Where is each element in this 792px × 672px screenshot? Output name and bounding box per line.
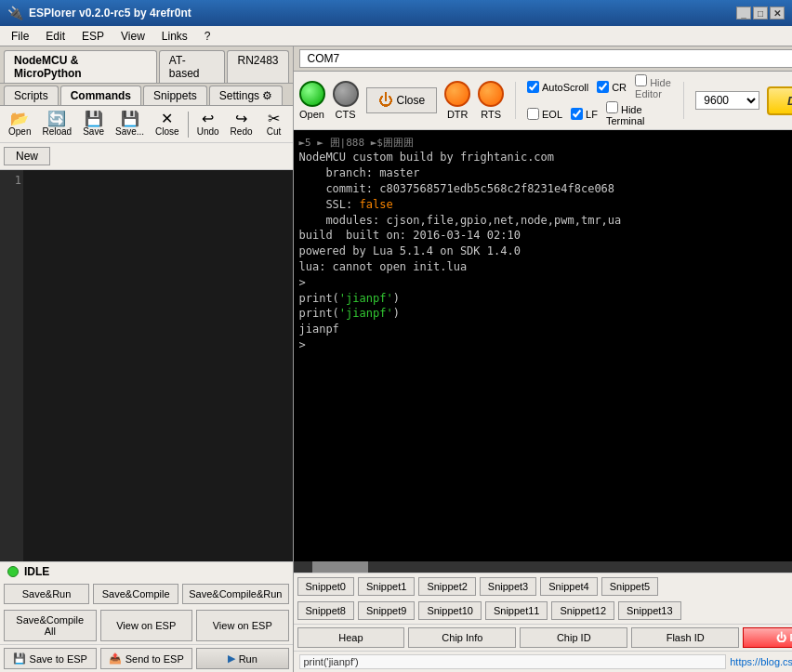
chip-info-button[interactable]: Chip Info (408, 627, 516, 648)
controls-separator (515, 82, 516, 119)
editor-area[interactable]: 1 (0, 170, 293, 561)
snippets-row-1: Snippet0 Snippet1 Snippet2 Snippet3 Snip… (294, 573, 793, 600)
open-button[interactable]: 📂 Open (4, 109, 35, 139)
menu-edit[interactable]: Edit (38, 28, 73, 45)
tab-commands[interactable]: Commands (60, 86, 141, 105)
terminal-line-7: lua: cannot open init.lua (299, 259, 793, 275)
chip-id-button[interactable]: Chip ID (520, 627, 627, 648)
snippet0-button[interactable]: Snippet0 (297, 577, 354, 596)
hide-terminal-checkbox[interactable] (606, 101, 618, 113)
snippet1-button[interactable]: Snippet1 (358, 577, 415, 596)
snippet3-button[interactable]: Snippet3 (480, 577, 536, 596)
close-control: ⏻ Close (366, 87, 438, 113)
close-btn-win[interactable]: ✕ (770, 7, 785, 20)
autoscroll-row: AutoScroll CR Hide Editor (527, 74, 672, 99)
ssl-value: false (360, 198, 393, 211)
snippet13-button[interactable]: Snippet13 (618, 601, 681, 620)
save-compile-all-button[interactable]: Save&Compile All (4, 610, 97, 641)
menu-help[interactable]: ? (197, 28, 218, 45)
cut-icon: ✂ (268, 112, 280, 126)
lf-checkbox[interactable] (571, 108, 583, 120)
cts-label: CTS (336, 109, 356, 120)
action-row-2: Save&Compile All View on ESP View on ESP (0, 607, 293, 644)
terminal-line-2: commit: c8037568571edb5c568c2f8231e4f8ce… (299, 181, 793, 197)
send-to-esp-button[interactable]: 📤 Send to ESP (100, 648, 193, 669)
menu-esp[interactable]: ESP (74, 28, 112, 45)
undo-button[interactable]: ↩ Undo (192, 109, 224, 139)
save-button[interactable]: 💾 Save (78, 109, 109, 139)
terminal[interactable]: ►5 ► 囲|888 ►$囲囲囲 NodeMCU custom build by… (294, 130, 793, 573)
undo-icon: ↩ (202, 112, 214, 126)
maximize-btn[interactable]: □ (753, 7, 768, 20)
open-control: Open (299, 81, 325, 120)
saveas-button[interactable]: 💾 Save... (111, 109, 149, 139)
new-button[interactable]: New (4, 147, 50, 165)
com-port-select[interactable]: COM7 (299, 49, 793, 68)
flash-id-button[interactable]: Flash ID (631, 627, 739, 648)
heap-button[interactable]: Heap (297, 627, 405, 648)
tab-snippets[interactable]: Snippets (143, 86, 207, 105)
terminal-header: ►5 ► 囲|888 ►$囲囲囲 (299, 136, 793, 150)
tab-scripts[interactable]: Scripts (4, 86, 59, 105)
tab-atbased[interactable]: AT-based (159, 50, 226, 83)
send-to-esp-icon: 📤 (109, 652, 122, 665)
rts-led (478, 81, 504, 107)
snippet5-button[interactable]: Snippet5 (601, 577, 658, 596)
snippet2-button[interactable]: Snippet2 (418, 577, 475, 596)
open-led (299, 81, 325, 107)
tab-nodemcu[interactable]: NodeMCU & MicroPython (4, 50, 157, 83)
url-text: https://blog.csdn.net/jianpf (730, 656, 792, 667)
terminal-hscroll-thumb[interactable] (312, 561, 368, 573)
section-tabs: Scripts Commands Snippets Settings ⚙ (0, 84, 293, 106)
terminal-hscrollbar[interactable] (294, 561, 793, 573)
left-panel: NodeMCU & MicroPython AT-based RN2483 Sc… (0, 46, 294, 672)
action-row-3: 💾 Save to ESP 📤 Send to ESP ▶ Run (0, 644, 293, 672)
reload-button[interactable]: 🔄 Reload (37, 109, 76, 139)
cr-checkbox[interactable] (597, 81, 609, 93)
title-bar: 🔌 ESPlorer v0.2.0-rc5 by 4refr0nt _ □ ✕ (0, 0, 792, 26)
reset-button[interactable]: ⏻ Reset (743, 627, 792, 648)
close-file-button[interactable]: ✕ Close (151, 109, 184, 139)
menu-file[interactable]: File (4, 28, 36, 45)
menu-bar: File Edit ESP View Links ? (0, 26, 792, 46)
snippet11-button[interactable]: Snippet11 (485, 601, 548, 620)
open-label: Open (299, 109, 324, 120)
editor-toolbar: 📂 Open 🔄 Reload 💾 Save 💾 Save... ✕ Close (0, 106, 293, 143)
save-compile-button[interactable]: Save&Compile (93, 584, 178, 604)
view-esp-2-button[interactable]: View on ESP (196, 610, 289, 641)
hide-editor-checkbox[interactable] (635, 74, 647, 86)
donate-button[interactable]: Donate (767, 86, 792, 115)
run-button[interactable]: ▶ Run (196, 648, 289, 669)
baud-rate-select[interactable]: 9600 (695, 91, 759, 110)
close-button[interactable]: ⏻ Close (366, 87, 438, 113)
bottom-buttons: Heap Chip Info Chip ID Flash ID ⏻ Reset (294, 624, 793, 651)
tab-settings[interactable]: Settings ⚙ (209, 86, 284, 105)
menu-links[interactable]: Links (154, 28, 195, 45)
eol-checkbox[interactable] (527, 108, 539, 120)
minimize-btn[interactable]: _ (736, 7, 751, 20)
snippets-row-2: Snippet8 Snippet9 Snippet10 Snippet11 Sn… (294, 600, 793, 624)
snippet9-button[interactable]: Snippet9 (358, 601, 415, 620)
terminal-line-3: SSL: false (299, 197, 793, 213)
tab-rn2483[interactable]: RN2483 (227, 50, 288, 83)
snippet12-button[interactable]: Snippet12 (551, 601, 614, 620)
view-esp-1-button[interactable]: View on ESP (100, 610, 193, 641)
menu-view[interactable]: View (113, 28, 152, 45)
rts-label: RTS (481, 109, 501, 120)
snippet4-button[interactable]: Snippet4 (540, 577, 597, 596)
autoscroll-checkbox[interactable] (527, 81, 539, 93)
dtr-led (444, 81, 470, 107)
cut-button[interactable]: ✂ Cut (259, 109, 289, 139)
snippet10-button[interactable]: Snippet10 (418, 601, 482, 620)
save-to-esp-button[interactable]: 💾 Save to ESP (4, 648, 97, 669)
snippet8-button[interactable]: Snippet8 (297, 601, 354, 620)
editor-content[interactable] (23, 170, 293, 561)
cts-control: CTS (333, 81, 359, 120)
redo-button[interactable]: ↪ Redo (226, 109, 257, 139)
save-compile-run-button[interactable]: Save&Compile&Run (182, 584, 288, 604)
action-row-1: Save&Run Save&Compile Save&Compile&Run (0, 581, 293, 607)
command-input[interactable] (299, 654, 727, 669)
checkbox-group: AutoScroll CR Hide Editor EOL LF Hid (527, 74, 672, 126)
terminal-line-4: modules: cjson,file,gpio,net,node,pwm,tm… (299, 213, 793, 229)
save-run-button[interactable]: Save&Run (4, 584, 89, 604)
